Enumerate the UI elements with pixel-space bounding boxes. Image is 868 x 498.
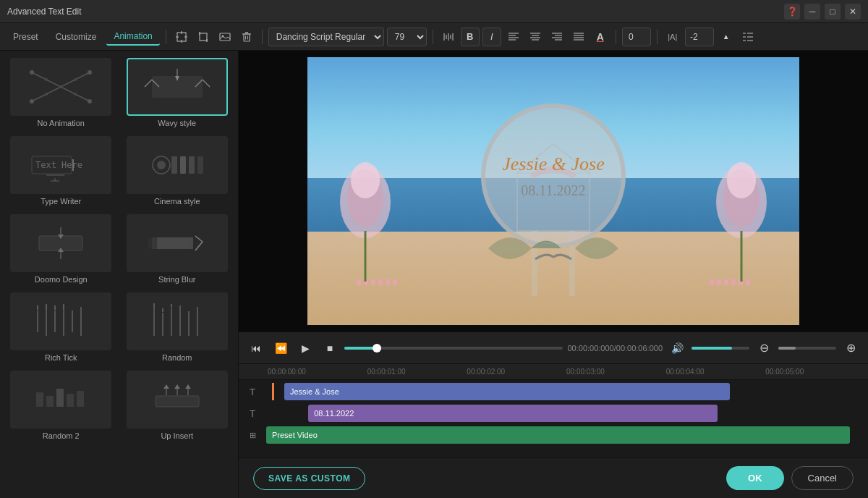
svg-rect-103 [56,389,64,407]
tracking-up-btn[interactable]: ▲ [717,28,736,46]
track-name-content[interactable]: Jessie & Jose [266,383,868,400]
svg-line-57 [203,80,210,87]
align-left-btn[interactable] [504,28,523,46]
close-button[interactable]: ✕ [845,4,861,20]
title-bar-controls: ❓ ─ □ ✕ [784,4,861,20]
track-date-content[interactable]: 08.11.2022 [266,405,868,422]
help-button[interactable]: ❓ [784,4,800,20]
anim-item-type-writer[interactable]: Text Here Type Writer [6,135,116,207]
tab-customize[interactable]: Customize [48,29,104,45]
clip-video[interactable]: Preset Video [266,426,850,444]
svg-point-50 [59,85,62,88]
anim-label-no-animation: No Animation [38,119,85,127]
anim-label-rich-tick: Rich Tick [45,353,77,362]
svg-rect-68 [171,156,177,174]
minimize-button[interactable]: ─ [804,4,820,20]
play-btn[interactable]: ▶ [295,338,315,358]
anim-item-up-insert[interactable]: Up Insert [122,369,233,442]
svg-rect-70 [189,156,195,174]
anim-item-doomo-design[interactable]: Doomo Design [6,213,116,285]
anim-item-rich-tick[interactable]: Rich Tick [6,291,116,363]
tracking-input[interactable] [685,28,714,46]
crop-icon-btn[interactable] [194,28,213,46]
video-canvas: Jessie & Jose 08.11.2022 [307,57,799,325]
anim-thumb-no-animation [10,58,111,116]
chairs-left [357,279,397,285]
zoom-in-btn[interactable]: ⊕ [841,338,861,358]
svg-rect-71 [197,156,203,174]
zoom-out-btn[interactable]: ⊖ [754,338,774,358]
image-icon-btn[interactable] [216,28,234,46]
tracking-icon-btn[interactable]: |A| [663,28,682,46]
align-center-btn[interactable] [526,28,545,46]
anim-thumb-type-writer: Text Here [10,136,111,194]
svg-line-54 [145,80,152,87]
font-select[interactable]: Dancing Script Regular [268,28,384,46]
extra-icon-btn[interactable] [739,28,757,46]
progress-slider[interactable] [344,347,563,350]
zoom-slider[interactable] [778,347,836,350]
text-spacing-icon-btn[interactable] [439,28,458,46]
font-color-btn[interactable]: A [591,28,610,46]
clip-date[interactable]: 08.11.2022 [308,405,718,422]
timeline-tracks: T Jessie & Jose T 08.11.2022 [239,380,868,457]
anim-item-string-blur[interactable]: String Blur [122,213,233,285]
ok-button[interactable]: OK [726,466,784,490]
anim-item-random[interactable]: Random [122,291,233,363]
anim-item-random-2[interactable]: Random 2 [6,369,116,442]
anim-thumb-doomo-design [10,214,111,272]
action-buttons: OK Cancel [726,466,854,490]
anim-item-no-animation[interactable]: No Animation [6,56,116,129]
italic-btn[interactable]: I [482,28,501,46]
title-bar-left: Advanced Text Edit [7,7,82,17]
tab-animation[interactable]: Animation [106,28,159,46]
wedding-overlay: Jessie & Jose 08.11.2022 [474,104,633,263]
svg-point-52 [74,93,77,96]
toolbar-separator-5 [657,30,658,44]
anim-thumb-wavy-style [127,58,228,116]
anim-item-cinema-style[interactable]: Cinema style [122,135,233,207]
anim-item-wavy-style[interactable]: Wavy style [122,56,233,129]
align-justify-btn[interactable] [569,28,588,46]
font-size-select[interactable]: 79 [387,28,427,46]
main-area: No Animation Wavy style [0,51,868,498]
svg-rect-10 [244,34,250,41]
track-date: T 08.11.2022 [239,403,868,423]
step-back-btn[interactable]: ⏪ [271,338,291,358]
tab-preset[interactable]: Preset [6,29,46,45]
svg-line-81 [195,242,203,250]
svg-rect-102 [46,396,54,407]
ruler-mark-0: 00:00:00:00 [268,368,367,376]
svg-marker-110 [174,384,180,389]
cancel-button[interactable]: Cancel [791,466,854,490]
animation-panel: No Animation Wavy style [0,51,239,498]
clip-name-indicator-left [272,383,274,400]
track-video-content[interactable]: Preset Video [266,426,868,444]
track-name-icon: T [239,387,266,397]
stop-btn[interactable]: ■ [320,338,340,358]
restore-button[interactable]: □ [825,4,841,20]
bold-btn[interactable]: B [461,28,480,46]
track-video: ⊞ Preset Video [239,425,868,445]
svg-point-44 [30,70,34,75]
delete-icon-btn[interactable] [237,28,256,46]
svg-rect-79 [157,237,193,249]
tab-bar: Preset Customize Animation [0,23,868,51]
volume-slider[interactable] [692,347,749,350]
svg-marker-108 [163,384,169,389]
svg-marker-112 [185,384,191,389]
right-panel: Jessie & Jose 08.11.2022 ⏮ ⏪ [239,51,868,498]
anim-label-type-writer: Type Writer [41,197,81,206]
skip-back-btn[interactable]: ⏮ [246,338,266,358]
volume-btn[interactable]: 🔊 [667,338,687,358]
save-as-custom-button[interactable]: SAVE AS CUSTOM [253,467,365,490]
ruler-mark-5: 00:00:05:00 [765,368,865,376]
toolbar-separator-1 [166,30,166,44]
clip-name[interactable]: Jessie & Jose [284,383,730,400]
spacing-input[interactable] [622,28,651,46]
align-right-btn[interactable] [548,28,566,46]
track-video-icon: ⊞ [239,431,266,440]
transform-icon-btn[interactable] [172,28,191,46]
time-display: 00:00:00:000/00:00:06:000 [567,344,663,353]
video-preview: Jessie & Jose 08.11.2022 [239,51,868,332]
